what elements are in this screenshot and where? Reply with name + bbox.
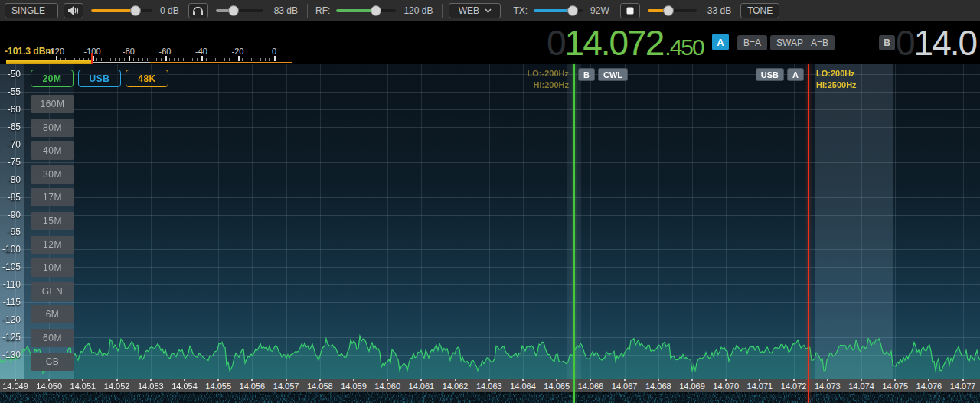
monitor-value: -33 dB (704, 5, 731, 16)
waterfall-canvas[interactable] (0, 392, 980, 403)
band-button-30m[interactable]: 30M (31, 165, 74, 184)
band-button-10m[interactable]: 10M (31, 258, 74, 277)
freq-tick-dot (861, 379, 862, 381)
volume-slider-handle[interactable] (130, 5, 141, 16)
tx-slider-handle[interactable] (567, 5, 578, 16)
freq-tick-label: 14.063 (476, 382, 502, 391)
freq-tick-label: 14.059 (341, 382, 367, 391)
stop-square-icon (626, 7, 634, 15)
freq-tick-label: 14.050 (36, 382, 62, 391)
rf-slider-handle[interactable] (371, 5, 381, 16)
smeter-top-tick (165, 56, 167, 61)
output-select-value: WEB (459, 5, 479, 16)
freq-tick-label: 14.070 (713, 382, 739, 391)
freq-tick-label: 14.067 (612, 382, 638, 391)
headphone-slider-handle[interactable] (228, 5, 239, 16)
vfo-b-badge[interactable]: B (879, 35, 895, 50)
smeter-top-tick (260, 58, 261, 61)
chevron-down-icon (485, 8, 492, 13)
band-button-20m[interactable]: 20M (31, 70, 74, 87)
db-scale-label: -90 (0, 210, 21, 220)
b-equals-a-button[interactable]: B=A (737, 35, 767, 50)
db-scale-label: -105 (0, 262, 21, 272)
monitor-slider[interactable] (648, 5, 697, 16)
vfo-b-main-digits: 14.0 (914, 23, 977, 63)
band-button-160m[interactable]: 160M (31, 95, 74, 113)
band-button-40m[interactable]: 40M (31, 141, 74, 160)
vfo-a-badge[interactable]: A (712, 34, 729, 50)
volume-slider[interactable] (91, 5, 152, 16)
freq-tick-label: 14.051 (70, 382, 96, 391)
usb-vfo-a-button[interactable]: A (787, 68, 804, 81)
smeter-top-tick (270, 58, 270, 61)
smeter-top-tick (161, 58, 162, 61)
db-scale-label: -50 (0, 69, 21, 80)
band-button-17m[interactable]: 17M (31, 188, 74, 206)
chevron-down-icon (51, 8, 51, 13)
freq-tick-dot (455, 379, 456, 381)
rf-gain-slider[interactable] (336, 5, 396, 16)
band-button-12m[interactable]: 12M (31, 236, 74, 254)
band-button-usb[interactable]: USB (78, 70, 121, 87)
freq-tick-dot (251, 379, 253, 381)
tone-button[interactable]: TONE (740, 3, 779, 18)
spectrum-display[interactable]: LO:-200Hz HI:200Hz B CWL USB A LO:200Hz … (0, 64, 980, 379)
mode-select[interactable]: SINGLE (5, 3, 58, 18)
cw-lo-label: LO:-200Hz (488, 68, 569, 80)
band-button-60m[interactable]: 60M (31, 329, 74, 347)
smeter-top-tick (274, 56, 276, 61)
freq-tick-label: 14.074 (848, 382, 874, 391)
freq-tick-dot (894, 379, 896, 381)
vfo-b-marker-line[interactable] (573, 64, 575, 403)
vfo-a-leading-zero: 0 (547, 23, 565, 63)
db-scale-label: -95 (0, 226, 21, 237)
smeter-top-tick (201, 56, 203, 61)
vfo-a-tuning-line[interactable] (808, 64, 809, 403)
smeter-top-tick (106, 58, 106, 61)
cwl-mode-button[interactable]: CWL (598, 68, 628, 81)
speaker-button[interactable] (64, 3, 83, 18)
smeter-dbm-scale-label: -20 (232, 47, 244, 56)
db-scale-label: -100 (0, 244, 21, 255)
db-scale-label: -120 (0, 314, 21, 325)
freq-tick-dot (928, 379, 929, 381)
headphones-icon (192, 5, 204, 16)
usb-hi-label: HI:2500Hz (816, 80, 857, 91)
band-button-6m[interactable]: 6M (31, 305, 74, 323)
freq-tick-dot (319, 379, 321, 381)
freq-tick-dot (691, 379, 693, 381)
band-button-15m[interactable]: 15M (31, 212, 74, 230)
db-scale-label: -115 (0, 297, 21, 307)
freq-tick-dot (82, 379, 83, 381)
headphones-button[interactable] (188, 3, 208, 18)
smeter-top-tick (247, 58, 247, 61)
waterfall[interactable] (0, 392, 980, 403)
freq-tick-label: 14.056 (240, 382, 266, 391)
a-equals-b-button[interactable]: A=B (805, 35, 835, 50)
band-button-48k[interactable]: 48K (126, 70, 168, 87)
smeter-top-tick (242, 58, 243, 61)
db-scale-label: -80 (0, 174, 21, 185)
freq-tick-dot (184, 379, 185, 381)
smeter-dbm-scale-label: -40 (195, 47, 207, 56)
usb-mode-button[interactable]: USB (756, 68, 784, 81)
freq-tick-dot (150, 379, 152, 381)
tx-power-slider[interactable] (534, 5, 583, 16)
mode-select-value: SINGLE (11, 5, 45, 16)
smeter-top-tick (251, 58, 252, 61)
smeter-top-tick (124, 58, 125, 61)
freq-tick-dot (556, 379, 557, 381)
cw-vfo-b-button[interactable]: B (578, 68, 595, 81)
monitor-slider-handle[interactable] (663, 5, 674, 16)
band-button-cb[interactable]: CB (31, 353, 74, 371)
output-select[interactable]: WEB (449, 3, 501, 18)
stop-button[interactable] (620, 3, 640, 18)
band-button-gen[interactable]: GEN (31, 282, 74, 301)
frequency-ruler[interactable]: 14.04914.05014.05114.05214.05314.05414.0… (0, 379, 980, 392)
band-button-80m[interactable]: 80M (31, 119, 74, 137)
spectrum-trace-canvas[interactable] (0, 64, 980, 379)
swap-button[interactable]: SWAP (770, 35, 809, 50)
freq-tick-label: 14.077 (950, 382, 976, 391)
sdr-console: SINGLE 0 dB -83 dB (0, 0, 980, 403)
headphone-slider[interactable] (216, 5, 263, 16)
